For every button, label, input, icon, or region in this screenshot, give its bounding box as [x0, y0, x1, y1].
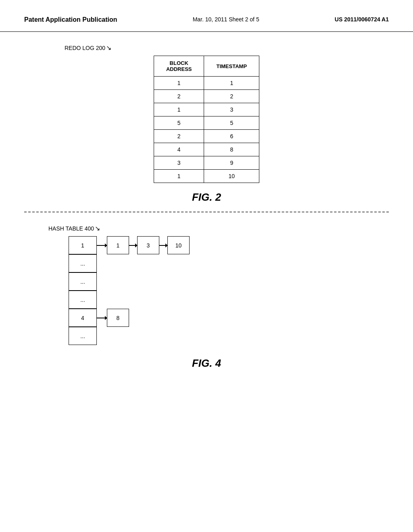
block-address-cell: 1: [154, 77, 204, 90]
col-block-address: BLOCKADDRESS: [154, 56, 204, 77]
hash-table-label: HASH TABLE 400 ↘: [48, 224, 389, 232]
table-row: 110: [154, 170, 259, 183]
col-timestamp: TIMESTAMP: [204, 56, 259, 77]
redo-log-table-wrapper: BLOCKADDRESS TIMESTAMP 11221355264839110: [24, 56, 389, 183]
redo-log-arrow: ↘: [106, 44, 111, 52]
linked-list-node: 3: [137, 236, 159, 254]
hash-row: 11310: [69, 236, 190, 254]
list-arrow: [159, 245, 167, 246]
hash-row: ...: [69, 327, 190, 345]
fig2-section: REDO LOG 200 ↘ BLOCKADDRESS TIMESTAMP 11…: [0, 44, 413, 204]
table-row: 11: [154, 77, 259, 90]
hash-cell: 4: [69, 309, 97, 327]
block-address-cell: 3: [154, 156, 204, 170]
timestamp-cell: 10: [204, 170, 259, 183]
redo-log-label: REDO LOG 200 ↘: [65, 44, 389, 52]
hash-table-arrow: ↘: [95, 224, 100, 232]
timestamp-cell: 1: [204, 77, 259, 90]
fig4-section: HASH TABLE 400 ↘ 11310.........48... FIG…: [0, 224, 413, 370]
hash-row: 48: [69, 309, 190, 327]
sheet-info: Mar. 10, 2011 Sheet 2 of 5: [193, 16, 259, 23]
block-address-cell: 2: [154, 130, 204, 143]
timestamp-cell: 3: [204, 103, 259, 116]
fig2-label: FIG. 2: [24, 191, 389, 204]
table-row: 13: [154, 103, 259, 116]
timestamp-cell: 8: [204, 143, 259, 156]
hash-row: ...: [69, 254, 190, 272]
timestamp-cell: 9: [204, 156, 259, 170]
block-address-cell: 1: [154, 103, 204, 116]
patent-number: US 2011/0060724 A1: [335, 16, 389, 23]
hash-cell: 1: [69, 236, 97, 254]
table-row: 55: [154, 116, 259, 130]
block-address-cell: 2: [154, 90, 204, 103]
timestamp-cell: 2: [204, 90, 259, 103]
linked-list-node: 8: [107, 309, 129, 327]
hash-cell: ...: [69, 291, 97, 309]
linked-list-node: 10: [167, 236, 190, 254]
table-row: 26: [154, 130, 259, 143]
timestamp-cell: 5: [204, 116, 259, 130]
hash-cell: ...: [69, 272, 97, 291]
publication-title: Patent Application Publication: [24, 16, 117, 23]
hash-connector: [97, 318, 107, 318]
redo-log-table: BLOCKADDRESS TIMESTAMP 11221355264839110: [154, 56, 259, 183]
timestamp-cell: 6: [204, 130, 259, 143]
hash-row: ...: [69, 272, 190, 291]
hash-diagram: 11310.........48...: [69, 236, 389, 345]
table-row: 39: [154, 156, 259, 170]
block-address-cell: 4: [154, 143, 204, 156]
table-row: 48: [154, 143, 259, 156]
page-header: Patent Application Publication Mar. 10, …: [0, 0, 413, 32]
hash-cell: ...: [69, 254, 97, 272]
hash-connector: [97, 245, 107, 246]
fig4-label: FIG. 4: [24, 357, 389, 370]
block-address-cell: 1: [154, 170, 204, 183]
linked-list-node: 1: [107, 236, 129, 254]
hash-row: ...: [69, 291, 190, 309]
block-address-cell: 5: [154, 116, 204, 130]
hash-cell: ...: [69, 327, 97, 345]
list-arrow: [129, 245, 137, 246]
table-row: 22: [154, 90, 259, 103]
section-separator: [24, 212, 389, 212]
linked-lists-container: 11310.........48...: [69, 236, 190, 345]
